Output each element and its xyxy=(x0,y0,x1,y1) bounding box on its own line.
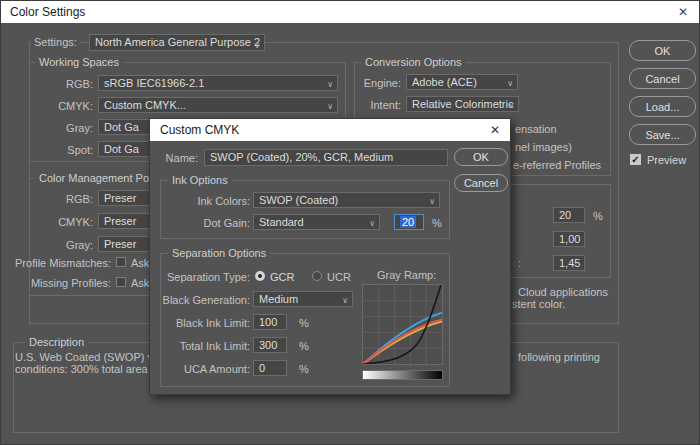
ws-gray-value: Dot Ga xyxy=(104,121,139,133)
total-ink-limit-label: Total Ink Limit: xyxy=(142,340,250,352)
color-settings-window: Color Settings ✕ Settings: North America… xyxy=(0,0,700,445)
preview-label: Preview xyxy=(647,154,686,166)
co-clipped-fragment-compensation: ensation xyxy=(515,123,557,135)
dot-gain-value: Standard xyxy=(259,216,304,228)
profile-mismatches-label: Profile Mismatches: xyxy=(11,257,111,269)
cmyk-dialog-close-icon[interactable]: ✕ xyxy=(480,119,510,141)
cmyk-dialog-titlebar: Custom CMYK ✕ xyxy=(150,119,510,141)
ucr-radio[interactable] xyxy=(312,271,322,281)
gray-ramp-red-curve xyxy=(363,320,442,364)
ink-colors-value: SWOP (Coated) xyxy=(259,194,338,206)
intent-dropdown[interactable]: Relative Colorimetric ∨ xyxy=(406,96,519,112)
cmyk-cancel-button[interactable]: Cancel xyxy=(454,174,508,192)
blend-text-gamma-field[interactable]: 1,45 xyxy=(553,255,585,271)
black-generation-value: Medium xyxy=(259,293,298,305)
dot-gain-dropdown[interactable]: Standard ∨ xyxy=(253,214,380,230)
ws-rgb-dropdown[interactable]: sRGB IEC61966-2.1 ∨ xyxy=(98,75,338,91)
black-ink-percent-sign: % xyxy=(299,317,309,329)
gray-ramp-graph xyxy=(362,284,443,365)
engine-dropdown[interactable]: Adobe (ACE) ∨ xyxy=(406,74,518,90)
chevron-down-icon: ∨ xyxy=(342,294,348,307)
profile-mismatches-option: Ask xyxy=(131,257,149,269)
conversion-options-title: Conversion Options xyxy=(361,56,466,68)
black-ink-limit-label: Black Ink Limit: xyxy=(142,317,250,329)
description-title: Description xyxy=(25,336,88,348)
cmyk-ok-button[interactable]: OK xyxy=(454,148,508,166)
uca-amount-label: UCA Amount: xyxy=(142,363,250,375)
chevron-down-icon: ∨ xyxy=(429,195,435,208)
window-title: Color Settings xyxy=(1,5,85,19)
name-value: SWOP (Coated), 20%, GCR, Medium xyxy=(210,151,393,163)
settings-dropdown[interactable]: North America General Purpose 2 ∨ xyxy=(89,34,265,51)
missing-profiles-checkbox[interactable] xyxy=(116,277,126,287)
description-right-fragment: following printing xyxy=(518,351,600,363)
uca-amount-value: 0 xyxy=(259,362,265,374)
cmp-cmyk-value: Preser xyxy=(104,215,136,227)
sync-message-fragment-1: Cloud applications xyxy=(518,286,608,298)
intent-value: Relative Colorimetric xyxy=(412,98,513,110)
window-close-icon[interactable]: ✕ xyxy=(667,1,699,23)
preview-checkbox[interactable]: ✓ xyxy=(630,154,641,165)
total-ink-limit-field[interactable]: 300 xyxy=(253,337,287,353)
co-clipped-fragment-dither: nel images) xyxy=(515,141,572,153)
ws-cmyk-value: Custom CMYK... xyxy=(104,99,186,111)
gray-ramp-label: Gray Ramp: xyxy=(377,269,436,281)
desaturate-percent-value: 20 xyxy=(559,209,571,221)
cmyk-dialog-title: Custom CMYK xyxy=(150,119,510,141)
missing-profiles-label: Missing Profiles: xyxy=(11,277,111,289)
cancel-button[interactable]: Cancel xyxy=(629,68,696,89)
desaturate-percent-sign: % xyxy=(593,210,603,222)
ink-options-title: Ink Options xyxy=(168,174,232,186)
save-button[interactable]: Save... xyxy=(629,124,696,145)
ws-cmyk-dropdown[interactable]: Custom CMYK... ∨ xyxy=(98,97,338,113)
separation-options-title: Separation Options xyxy=(168,247,270,259)
black-ink-limit-field[interactable]: 100 xyxy=(253,314,287,330)
intent-label: Intent: xyxy=(354,99,401,111)
co-clipped-fragment-scene-referred: e-referred Profiles xyxy=(513,159,601,171)
profile-mismatches-checkbox[interactable] xyxy=(116,257,126,267)
description-line-2: conditions: 300% total area of xyxy=(15,363,160,375)
name-label: Name: xyxy=(162,152,198,164)
cmp-gray-label: Gray: xyxy=(31,239,93,251)
ws-rgb-value: sRGB IEC61966-2.1 xyxy=(104,77,204,89)
gray-ramp-gradient-bar xyxy=(362,370,443,380)
black-ink-limit-value: 100 xyxy=(259,316,277,328)
gray-ramp-yellow-curve xyxy=(363,322,442,364)
desaturate-percent-field[interactable]: 20 xyxy=(553,207,585,223)
dot-gain-percent-value: 20 xyxy=(400,216,416,228)
ws-cmyk-label: CMYK: xyxy=(31,100,93,112)
black-generation-label: Black Generation: xyxy=(142,294,250,306)
cmp-cmyk-label: CMYK: xyxy=(31,216,93,228)
uca-amount-field[interactable]: 0 xyxy=(253,360,287,376)
black-generation-dropdown[interactable]: Medium ∨ xyxy=(253,291,353,307)
working-spaces-title: Working Spaces xyxy=(35,56,123,68)
settings-value: North America General Purpose 2 xyxy=(95,36,260,48)
ink-colors-dropdown[interactable]: SWOP (Coated) ∨ xyxy=(253,192,440,208)
dot-gain-label: Dot Gain: xyxy=(180,217,250,229)
blend-rgb-gamma-field[interactable]: 1,00 xyxy=(553,231,585,247)
name-field[interactable]: SWOP (Coated), 20%, GCR, Medium xyxy=(204,149,448,166)
chevron-down-icon: ∨ xyxy=(327,100,333,113)
dot-gain-percent-field[interactable]: 20 xyxy=(394,214,424,230)
total-ink-limit-value: 300 xyxy=(259,339,277,351)
ink-colors-label: Ink Colors: xyxy=(180,195,250,207)
engine-value: Adobe (ACE) xyxy=(412,76,477,88)
separation-type-label: Separation Type: xyxy=(142,271,250,283)
cmp-rgb-value: Preser xyxy=(104,192,136,204)
custom-cmyk-dialog: Custom CMYK ✕ Name: SWOP (Coated), 20%, … xyxy=(149,118,511,395)
ucr-label: UCR xyxy=(327,271,351,283)
total-ink-percent-sign: % xyxy=(299,340,309,352)
ink-options-box xyxy=(160,180,450,239)
blend-rgb-gamma-value: 1,00 xyxy=(559,233,580,245)
gcr-radio[interactable] xyxy=(255,271,265,281)
ok-button[interactable]: OK xyxy=(629,40,696,61)
window-titlebar: Color Settings ✕ xyxy=(1,1,699,23)
ws-spot-label: Spot: xyxy=(31,144,93,156)
sync-message-fragment-2: stent color. xyxy=(512,298,565,310)
gcr-label: GCR xyxy=(270,271,294,283)
dot-gain-percent-sign: % xyxy=(432,217,442,229)
engine-label: Engine: xyxy=(354,77,401,89)
chevron-down-icon: ∨ xyxy=(254,38,260,51)
ws-spot-value: Dot Ga xyxy=(104,143,139,155)
load-button[interactable]: Load... xyxy=(629,96,696,117)
